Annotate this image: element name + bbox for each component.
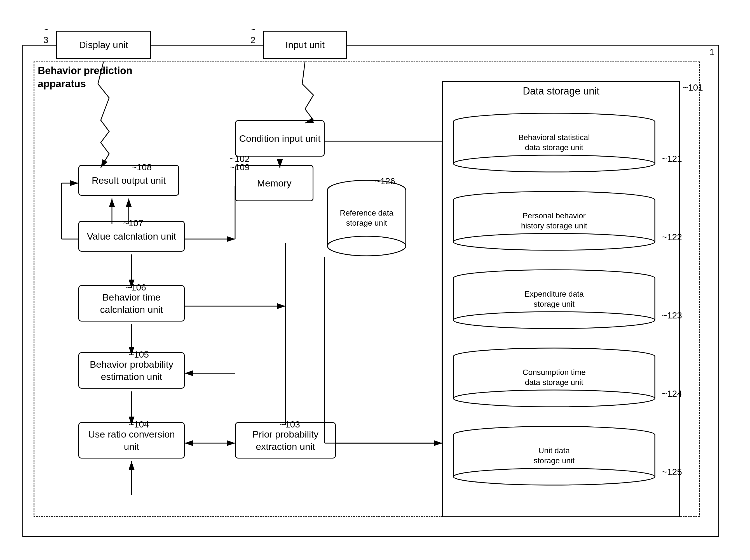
bpa-label: Behavior prediction apparatus — [38, 64, 132, 90]
reference-data-unit: Reference datastorage unit — [324, 179, 409, 257]
ref-122: ~122 — [662, 232, 682, 243]
ref-1: 1 — [709, 47, 714, 57]
ref-106: ~106 — [126, 283, 146, 293]
bsu-4: Consumption timedata storage unit — [451, 347, 658, 408]
ref-126: ~126 — [375, 176, 395, 186]
ref-125: ~125 — [662, 467, 682, 477]
ref-2-tilde: ~ — [251, 25, 255, 34]
ref-105: ~105 — [129, 350, 149, 360]
ref-2: 2 — [251, 35, 256, 45]
ref-123: ~123 — [662, 310, 682, 321]
bsu-3: Expenditure datastorage unit — [451, 268, 658, 330]
input-unit-box: Input unit — [263, 31, 347, 59]
svg-point-14 — [453, 233, 655, 250]
ref-3: 3 — [43, 35, 48, 45]
condition-input-unit: Condition input unit — [235, 120, 324, 157]
bsu-1: Behavioral statisticaldata storage unit — [451, 112, 658, 173]
ref-109: ~109 — [230, 162, 250, 172]
bsu-5: Unit datastorage unit — [451, 425, 658, 486]
ref-3-tilde: ~ — [43, 25, 48, 34]
bsu-2: Personal behaviorhistory storage unit — [451, 190, 658, 252]
data-storage-title: Data storage unit — [445, 85, 677, 97]
ref-124: ~124 — [662, 389, 682, 399]
svg-point-24 — [453, 390, 655, 407]
ref-103: ~103 — [280, 419, 300, 430]
svg-point-9 — [453, 155, 655, 172]
display-unit-box: Display unit — [56, 31, 151, 59]
svg-point-29 — [453, 468, 655, 485]
ref-108: ~108 — [132, 162, 152, 172]
ref-107: ~107 — [123, 218, 143, 228]
ref-104: ~104 — [129, 419, 149, 430]
ref-121: ~121 — [662, 154, 682, 164]
ref-101: ~101 — [683, 82, 703, 93]
svg-point-4 — [328, 236, 406, 256]
diagram: 1 Behavior prediction apparatus Display … — [22, 17, 728, 542]
result-output-unit: Result output unit — [78, 165, 179, 196]
svg-point-19 — [453, 312, 655, 329]
